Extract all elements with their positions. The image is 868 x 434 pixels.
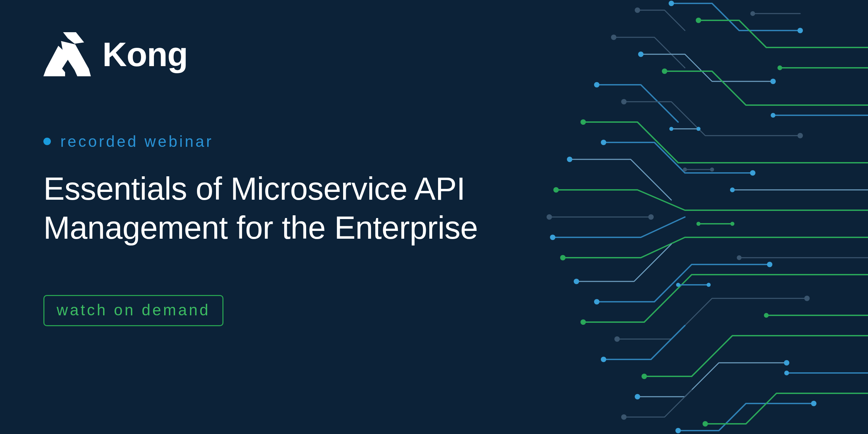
svg-marker-0 bbox=[63, 32, 84, 44]
svg-point-7 bbox=[696, 18, 701, 23]
svg-point-44 bbox=[784, 371, 789, 375]
svg-point-32 bbox=[635, 394, 640, 399]
svg-point-30 bbox=[601, 357, 606, 362]
svg-point-11 bbox=[662, 68, 667, 74]
svg-point-21 bbox=[648, 214, 654, 220]
eyebrow-dot-icon bbox=[43, 138, 51, 145]
svg-point-47 bbox=[696, 222, 701, 226]
svg-point-28 bbox=[614, 336, 620, 342]
svg-point-49 bbox=[676, 283, 680, 287]
svg-point-8 bbox=[611, 35, 616, 40]
svg-point-48 bbox=[730, 222, 734, 226]
kong-logo-icon bbox=[43, 32, 91, 76]
svg-point-9 bbox=[638, 52, 644, 57]
svg-point-42 bbox=[737, 255, 742, 260]
svg-point-41 bbox=[730, 188, 735, 192]
cta-label: watch on demand bbox=[57, 301, 210, 319]
svg-point-33 bbox=[784, 360, 789, 366]
svg-point-16 bbox=[601, 140, 606, 145]
svg-point-46 bbox=[710, 167, 714, 172]
svg-point-39 bbox=[777, 65, 782, 70]
svg-point-15 bbox=[580, 119, 586, 125]
page-title: Essentials of Microservice API Managemen… bbox=[43, 170, 586, 247]
svg-point-6 bbox=[797, 28, 803, 33]
svg-point-29 bbox=[804, 296, 810, 301]
eyebrow: recorded webinar bbox=[43, 132, 213, 151]
svg-point-27 bbox=[580, 319, 586, 325]
svg-point-26 bbox=[767, 262, 772, 267]
svg-point-10 bbox=[770, 79, 776, 84]
svg-point-13 bbox=[621, 99, 627, 104]
svg-point-17 bbox=[750, 170, 755, 176]
svg-point-31 bbox=[642, 374, 647, 379]
eyebrow-label: recorded webinar bbox=[60, 132, 213, 151]
svg-point-25 bbox=[594, 299, 599, 304]
brand-logo: Kong bbox=[43, 32, 188, 76]
svg-point-18 bbox=[567, 157, 572, 162]
svg-point-45 bbox=[683, 167, 687, 172]
watch-on-demand-button[interactable]: watch on demand bbox=[43, 295, 223, 326]
svg-point-12 bbox=[594, 82, 599, 87]
svg-point-40 bbox=[771, 113, 775, 118]
svg-point-36 bbox=[811, 401, 816, 406]
svg-point-52 bbox=[696, 127, 701, 131]
svg-point-5 bbox=[669, 1, 674, 6]
svg-point-50 bbox=[707, 283, 711, 287]
svg-point-34 bbox=[621, 414, 627, 420]
svg-point-4 bbox=[635, 7, 640, 13]
svg-point-24 bbox=[574, 279, 579, 284]
svg-point-37 bbox=[703, 421, 708, 427]
svg-point-43 bbox=[764, 313, 769, 318]
svg-point-14 bbox=[797, 133, 803, 138]
svg-point-35 bbox=[675, 428, 681, 433]
svg-point-23 bbox=[560, 255, 566, 260]
svg-point-38 bbox=[750, 11, 755, 16]
brand-name: Kong bbox=[102, 35, 188, 74]
svg-point-51 bbox=[669, 127, 673, 131]
